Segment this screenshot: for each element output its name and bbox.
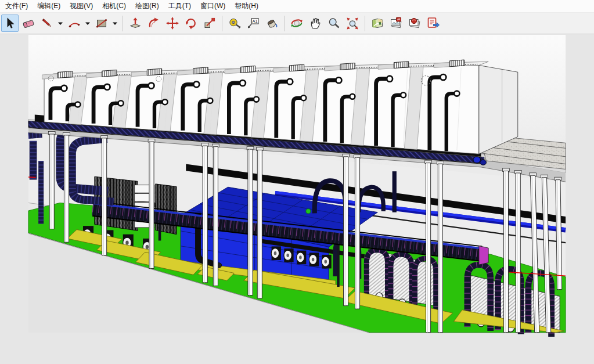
arc-icon (67, 16, 81, 30)
follow-me-tool-button[interactable] (145, 15, 163, 32)
line-dropdown-arrow[interactable] (56, 15, 64, 32)
orbit-tool-button[interactable] (288, 15, 305, 32)
menu-item[interactable]: 工具(T) (164, 0, 196, 13)
paint-bucket-icon (265, 16, 279, 30)
push-pull-icon (128, 16, 142, 30)
tool-bar: A1 (0, 13, 594, 34)
tape-measure-tool-button[interactable] (226, 15, 243, 32)
eraser-tool-button[interactable] (20, 15, 37, 32)
arc-tool-button[interactable] (66, 15, 83, 32)
tape-measure-icon (228, 16, 242, 30)
menu-item[interactable]: 视图(V) (65, 0, 98, 13)
menu-item[interactable]: 绘图(R) (131, 0, 164, 13)
photo-textures-icon (389, 16, 403, 30)
export-icon (426, 16, 440, 30)
toolbar-separator (284, 16, 285, 31)
pan-tool-button[interactable] (307, 15, 324, 32)
photo-textures-tool-button[interactable] (387, 15, 405, 32)
scale-icon (203, 16, 217, 30)
add-location-icon (370, 16, 384, 30)
zoom-tool-button[interactable] (325, 15, 343, 32)
model-canvas[interactable] (0, 35, 594, 364)
orbit-icon (290, 16, 304, 30)
follow-me-icon (147, 16, 161, 30)
chevron-down-icon (111, 16, 118, 30)
viewport-container (0, 35, 594, 364)
rotate-tool-button[interactable] (182, 15, 200, 32)
eraser-icon (21, 16, 35, 30)
move-icon (165, 16, 179, 30)
line-tool-button[interactable] (38, 15, 56, 32)
add-location-tool-button[interactable] (369, 15, 386, 32)
rectangle-tool-button[interactable] (93, 15, 110, 32)
toolbar-separator (123, 16, 123, 31)
rotate-icon (184, 16, 198, 30)
menu-item[interactable]: 相机(C) (98, 0, 131, 13)
text-tool-button[interactable]: A1 (244, 15, 262, 32)
rectangle-icon (95, 16, 109, 30)
zoom-icon (327, 16, 341, 30)
svg-text:A1: A1 (253, 19, 258, 24)
zoom-extents-icon (345, 16, 359, 30)
chevron-down-icon (57, 16, 64, 30)
chevron-down-icon (84, 16, 91, 30)
scale-tool-button[interactable] (201, 15, 218, 32)
menu-item[interactable]: 文件(F) (1, 0, 33, 13)
text-icon: A1 (246, 16, 260, 30)
line-icon (40, 16, 54, 30)
move-tool-button[interactable] (164, 15, 181, 32)
preview-model-tool-button[interactable] (406, 15, 423, 32)
select-icon (3, 16, 17, 30)
sketchup-window: 文件(F)编辑(E)视图(V)相机(C)绘图(R)工具(T)窗口(W)帮助(H)… (0, 0, 594, 364)
menu-bar: 文件(F)编辑(E)视图(V)相机(C)绘图(R)工具(T)窗口(W)帮助(H) (0, 0, 594, 13)
rectangle-dropdown-arrow[interactable] (111, 15, 118, 32)
toolbar-separator (222, 16, 222, 31)
export-tool-button[interactable] (424, 15, 442, 32)
select-tool-button[interactable] (1, 15, 19, 32)
menu-item[interactable]: 编辑(E) (33, 0, 65, 13)
toolbar-separator (365, 16, 365, 31)
pan-icon (308, 16, 322, 30)
menu-item[interactable]: 窗口(W) (196, 0, 230, 13)
arc-dropdown-arrow[interactable] (84, 15, 91, 32)
zoom-extents-tool-button[interactable] (344, 15, 361, 32)
paint-bucket-tool-button[interactable] (263, 15, 280, 32)
push-pull-tool-button[interactable] (127, 15, 144, 32)
menu-item[interactable]: 帮助(H) (230, 0, 263, 13)
preview-model-icon (408, 16, 422, 30)
